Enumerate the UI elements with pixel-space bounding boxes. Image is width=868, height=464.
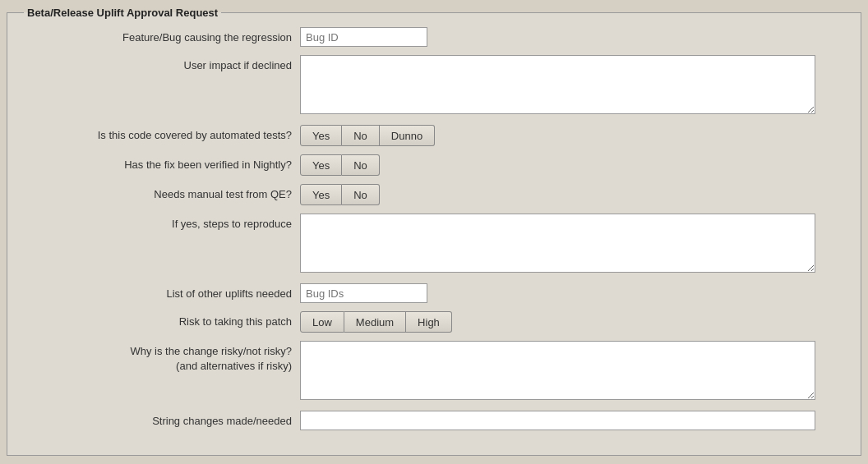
- manual-test-no-button[interactable]: No: [342, 184, 380, 205]
- risk-high-button[interactable]: High: [406, 311, 452, 333]
- risk-control: Low Medium High: [300, 311, 847, 333]
- other-uplifts-row: List of other uplifts needed: [21, 283, 847, 303]
- manual-test-control: Yes No: [300, 184, 847, 205]
- why-risky-row: Why is the change risky/not risky? (and …: [21, 341, 847, 402]
- other-uplifts-input[interactable]: [300, 283, 427, 303]
- other-uplifts-label: List of other uplifts needed: [21, 283, 300, 301]
- risk-label: Risk to taking this patch: [21, 311, 300, 329]
- nightly-label: Has the fix been verified in Nightly?: [21, 154, 300, 172]
- nightly-row: Has the fix been verified in Nightly? Ye…: [21, 154, 847, 176]
- steps-row: If yes, steps to reproduce: [21, 214, 847, 275]
- automated-tests-label: Is this code covered by automated tests?: [21, 125, 300, 143]
- manual-test-yes-button[interactable]: Yes: [300, 184, 342, 205]
- nightly-yes-button[interactable]: Yes: [300, 154, 342, 176]
- automated-tests-row: Is this code covered by automated tests?…: [21, 125, 847, 146]
- user-impact-label: User impact if declined: [21, 55, 300, 73]
- steps-control: [300, 214, 847, 275]
- other-uplifts-control: [300, 283, 847, 303]
- why-risky-control: [300, 341, 847, 402]
- user-impact-textarea[interactable]: [300, 55, 815, 114]
- approval-request-form: Beta/Release Uplift Approval Request Fea…: [7, 7, 861, 456]
- why-risky-textarea[interactable]: [300, 341, 815, 400]
- feature-bug-row: Feature/Bug causing the regression: [21, 27, 847, 47]
- form-title: Beta/Release Uplift Approval Request: [24, 7, 221, 19]
- string-changes-control: [300, 411, 847, 430]
- user-impact-control: [300, 55, 847, 117]
- automated-tests-dunno-button[interactable]: Dunno: [380, 125, 435, 146]
- steps-textarea[interactable]: [300, 214, 815, 273]
- risk-row: Risk to taking this patch Low Medium Hig…: [21, 311, 847, 333]
- string-changes-row: String changes made/needed: [21, 411, 847, 430]
- risk-low-button[interactable]: Low: [300, 311, 344, 333]
- feature-bug-input[interactable]: [300, 27, 427, 47]
- steps-label: If yes, steps to reproduce: [21, 214, 300, 232]
- automated-tests-yes-button[interactable]: Yes: [300, 125, 342, 146]
- nightly-control: Yes No: [300, 154, 847, 176]
- manual-test-row: Needs manual test from QE? Yes No: [21, 184, 847, 205]
- string-changes-label: String changes made/needed: [21, 411, 300, 429]
- manual-test-label: Needs manual test from QE?: [21, 184, 300, 202]
- feature-bug-control: [300, 27, 847, 47]
- risk-medium-button[interactable]: Medium: [344, 311, 406, 333]
- feature-bug-label: Feature/Bug causing the regression: [21, 27, 300, 45]
- why-risky-label: Why is the change risky/not risky? (and …: [21, 341, 300, 374]
- automated-tests-no-button[interactable]: No: [342, 125, 380, 146]
- user-impact-row: User impact if declined: [21, 55, 847, 117]
- string-changes-input[interactable]: [300, 411, 815, 430]
- nightly-no-button[interactable]: No: [342, 154, 380, 176]
- automated-tests-control: Yes No Dunno: [300, 125, 847, 146]
